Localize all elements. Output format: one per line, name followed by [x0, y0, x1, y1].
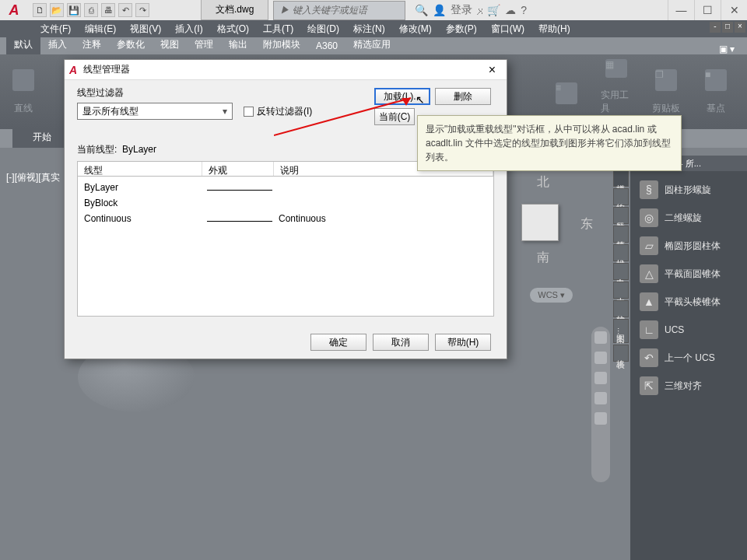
qat-save-icon[interactable]: 💾 — [67, 3, 81, 17]
qat-plot-icon[interactable]: 🖶 — [101, 3, 115, 17]
viewcube-south[interactable]: 南 — [537, 250, 549, 266]
panel-line[interactable]: 直线 — [8, 59, 39, 115]
combo-value: 显示所有线型 — [82, 105, 139, 118]
cancel-button[interactable]: 取消 — [373, 334, 429, 351]
menu-edit[interactable]: 编辑(E) — [80, 23, 121, 36]
panel-clipboard[interactable]: ❐剪贴板 — [651, 59, 682, 115]
doc-max-button[interactable]: □ — [722, 22, 733, 33]
palette-item-ucs[interactable]: ∟UCS — [635, 316, 742, 344]
palette-item-helix[interactable]: §圆柱形螺旋 — [635, 176, 742, 204]
maximize-button[interactable]: ☐ — [694, 0, 721, 20]
menu-help[interactable]: 帮助(H) — [534, 23, 575, 36]
palette-item-pyramid[interactable]: ▲平截头棱锥体 — [635, 288, 742, 316]
menu-format[interactable]: 格式(O) — [212, 23, 254, 36]
qat-saveas-icon[interactable]: ⎙ — [84, 3, 98, 17]
filter-combobox[interactable]: 显示所有线型 — [77, 103, 233, 120]
viewcube-north[interactable]: 北 — [537, 174, 549, 191]
viewcube-top-face[interactable] — [521, 204, 559, 241]
vtab-arch[interactable]: 建筑 — [613, 226, 629, 243]
list-row-continuous[interactable]: Continuous Continuous — [84, 211, 487, 226]
panel-layers[interactable]: ≡ — [551, 59, 582, 115]
palette-item-cone[interactable]: △平截面圆锥体 — [635, 260, 742, 288]
palette-item-spiral[interactable]: ◎二维螺旋 — [635, 204, 742, 232]
doc-tab[interactable]: 文档.dwg — [201, 0, 268, 20]
viewcube-east[interactable]: 东 — [580, 216, 593, 233]
navigation-bar[interactable] — [591, 327, 610, 482]
qat-redo-icon[interactable]: ↷ — [135, 3, 149, 17]
menu-window[interactable]: 窗口(W) — [486, 23, 529, 36]
ribbon-tab-a360[interactable]: A360 — [308, 37, 345, 54]
panel-utilities[interactable]: ▦实用工具 — [601, 59, 632, 115]
wcs-button[interactable]: WCS ▾ — [530, 288, 573, 303]
qat-open-icon[interactable]: 📂 — [50, 3, 64, 17]
palette-label: 上一个 UCS — [665, 352, 715, 365]
ribbon-tab-output[interactable]: 输出 — [221, 35, 255, 54]
ribbon-tab-addins[interactable]: 附加模块 — [255, 35, 308, 54]
dialog-titlebar[interactable]: A 线型管理器 × — [65, 60, 507, 80]
menu-draw[interactable]: 绘图(D) — [303, 23, 344, 36]
nav-showmotion-icon[interactable] — [594, 412, 607, 425]
tab-start[interactable]: 开始 — [12, 127, 72, 148]
palette-item-prevucs[interactable]: ↶上一个 UCS — [635, 344, 742, 372]
vtab-struct[interactable]: 结构 — [613, 300, 629, 317]
vtab-hatch[interactable]: 图案... — [613, 319, 629, 343]
palette-item-ellcyl[interactable]: ▱椭圆形圆柱体 — [635, 232, 742, 260]
dialog-close-button[interactable]: × — [482, 63, 502, 77]
current-button[interactable]: 当前(C) — [374, 108, 415, 125]
qat-undo-icon[interactable]: ↶ — [118, 3, 132, 17]
ribbon-tab-view[interactable]: 视图 — [153, 35, 187, 54]
nav-zoom-icon[interactable] — [594, 372, 607, 384]
panel-base[interactable]: ■基点 — [700, 59, 731, 115]
close-button[interactable]: ✕ — [721, 0, 747, 20]
vtab-constraint[interactable]: 约束 — [613, 188, 629, 205]
viewport-label[interactable]: [-][俯视][真实 — [6, 171, 60, 184]
vtab-modeling[interactable]: 建模 — [613, 170, 629, 187]
nav-wheel-icon[interactable] — [594, 331, 607, 344]
menu-dim[interactable]: 标注(N) — [349, 23, 390, 36]
col-linetype[interactable]: 线型 — [78, 162, 202, 176]
user-icon[interactable]: 👤 — [433, 4, 446, 16]
vtab-annotate[interactable]: 注释 — [613, 207, 629, 224]
nav-orbit-icon[interactable] — [594, 392, 607, 404]
minimize-button[interactable]: — — [668, 0, 694, 20]
nav-pan-icon[interactable] — [594, 352, 607, 364]
menu-modify[interactable]: 修改(M) — [395, 23, 437, 36]
login-link[interactable]: 登录 — [451, 3, 472, 17]
vtab-elec[interactable]: 电力 — [613, 263, 629, 280]
menu-file[interactable]: 文件(F) — [36, 23, 75, 36]
vtab-mech[interactable]: 机械 — [613, 244, 629, 261]
delete-button[interactable]: 删除 — [435, 88, 491, 105]
cloud-icon[interactable]: ☁ — [505, 4, 516, 16]
doc-min-button[interactable]: - — [710, 22, 721, 33]
search-icon[interactable]: 🔍 — [415, 4, 428, 16]
ribbon-tab-default[interactable]: 默认 — [6, 35, 40, 54]
linetype-list[interactable]: ByLayer ByBlock Continuous Continuous — [77, 177, 494, 317]
ribbon-tab-param[interactable]: 参数化 — [109, 35, 153, 54]
ribbon-tab-insert[interactable]: 插入 — [40, 35, 75, 54]
ok-button[interactable]: 确定 — [310, 334, 366, 351]
ribbon-tab-annotate[interactable]: 注释 — [75, 35, 109, 54]
help-button[interactable]: 帮助(H) — [435, 334, 491, 351]
search-input[interactable]: ▶ 键入关键字或短语 — [273, 1, 405, 20]
doc-close-button[interactable]: × — [735, 22, 745, 33]
help-icon[interactable]: ? — [521, 4, 527, 16]
ribbon-tab-featured[interactable]: 精选应用 — [345, 35, 398, 54]
vtab-civil[interactable]: 土木 — [613, 282, 629, 299]
col-appearance[interactable]: 外观 — [202, 162, 274, 176]
qat-new-icon[interactable]: 🗋 — [33, 3, 47, 17]
menu-tools[interactable]: 工具(T) — [258, 23, 298, 36]
ribbon-collapse-icon[interactable]: ▣ ▾ — [719, 44, 735, 54]
ribbon-tab-manage[interactable]: 管理 — [187, 35, 221, 54]
cell-name: Continuous — [84, 213, 207, 224]
menu-param[interactable]: 参数(P) — [441, 23, 482, 36]
menu-insert[interactable]: 插入(I) — [170, 23, 207, 36]
invert-filter-checkbox[interactable]: 反转过滤器(I) — [244, 105, 312, 118]
vtab-table[interactable]: 表格 — [613, 345, 629, 362]
cart-icon[interactable]: 🛒 — [487, 4, 500, 16]
palette-item-3dalign[interactable]: ⇱三维对齐 — [635, 372, 742, 400]
list-row-byblock[interactable]: ByBlock — [84, 195, 487, 211]
menu-view[interactable]: 视图(V) — [125, 23, 166, 36]
exchange-icon[interactable]: ꭗ — [477, 4, 482, 16]
cone-icon: △ — [640, 264, 658, 283]
list-row-bylayer[interactable]: ByLayer — [84, 180, 487, 195]
